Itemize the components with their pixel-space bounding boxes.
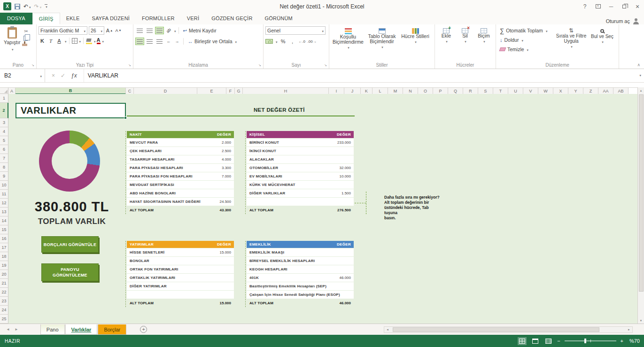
font-dialog-launcher[interactable] xyxy=(127,63,132,68)
table-row[interactable]: EV MOBİLYALARI 10.000 xyxy=(247,172,354,180)
column-header[interactable]: O xyxy=(418,88,433,94)
column-header[interactable]: K xyxy=(361,88,372,94)
table-row[interactable]: HİSSE SENETLERİ 15.000 xyxy=(127,248,234,256)
column-header[interactable]: P xyxy=(433,88,448,94)
column-header[interactable]: H xyxy=(243,88,329,94)
column-header[interactable]: Z xyxy=(583,88,598,94)
table-row[interactable]: ALACAKLAR xyxy=(247,155,354,163)
column-header[interactable]: V xyxy=(523,88,538,94)
table-row[interactable] xyxy=(247,198,354,206)
orientation-button[interactable]: ab xyxy=(163,25,174,36)
borders-button[interactable] xyxy=(72,38,78,44)
align-right-button[interactable] xyxy=(155,38,164,45)
scroll-right-icon[interactable]: ► xyxy=(626,328,632,331)
horizontal-scrollbar[interactable]: ◄ ► xyxy=(384,326,633,333)
column-header[interactable]: J xyxy=(344,88,361,94)
increase-indent-button[interactable]: → xyxy=(173,38,181,45)
expand-formula-bar-icon[interactable] xyxy=(636,69,644,82)
row-header[interactable]: 7 xyxy=(0,154,8,163)
row-header[interactable]: 22 xyxy=(0,288,8,297)
increase-font-button[interactable]: A▲ xyxy=(106,27,113,34)
ribbon-tab[interactable]: GÖRÜNÜM xyxy=(259,13,299,24)
name-box[interactable]: B2 xyxy=(0,69,45,82)
merge-center-button[interactable]: ↔ Birleştir ve Ortala xyxy=(186,37,239,46)
format-as-table-button[interactable]: Tablo Olarak Biçimlendir xyxy=(365,27,399,51)
cell-styles-button[interactable]: Hücre Stilleri xyxy=(399,27,432,46)
zoom-level[interactable]: %70 xyxy=(628,338,640,344)
table-row[interactable]: BONOLAR xyxy=(127,257,234,265)
scroll-up-icon[interactable]: ▲ xyxy=(640,87,643,93)
row-header[interactable]: 8 xyxy=(0,163,8,172)
row-header[interactable]: 13 xyxy=(0,208,8,216)
find-select-button[interactable]: Bul ve Seç xyxy=(590,26,614,46)
table-row[interactable]: PARA PİYASASI HESAPLARI 3.300 xyxy=(127,164,234,172)
row-header[interactable]: 17 xyxy=(0,243,8,252)
redo-button[interactable]: ↷ xyxy=(34,3,42,10)
worksheet[interactable]: VARLIKLAR NET DEĞER ÖZETİ 380.800 TL TOP… xyxy=(8,94,644,324)
conditional-formatting-button[interactable]: Koşullu Biçimlendirme xyxy=(331,27,365,51)
comma-button[interactable]: , xyxy=(289,38,296,45)
font-size-combo[interactable]: 26 xyxy=(89,26,104,35)
table-row[interactable]: HAYAT SİGORTASININ NAKİT DEĞERİ 24.500 xyxy=(127,198,234,206)
vertical-scroll-thumb[interactable] xyxy=(639,94,644,292)
middle-align-button[interactable] xyxy=(145,27,154,34)
column-header[interactable]: B xyxy=(16,88,126,94)
row-header[interactable]: 10 xyxy=(0,181,8,190)
sheet-tab[interactable]: Varlıklar xyxy=(65,324,98,335)
row-header[interactable]: 3 xyxy=(0,118,8,127)
column-header[interactable]: U xyxy=(508,88,523,94)
column-header[interactable]: Y xyxy=(568,88,583,94)
donut-chart[interactable] xyxy=(39,131,100,192)
table-row[interactable]: KEOGH HESAPLARI xyxy=(247,265,354,273)
delete-cells-button[interactable]: Sil xyxy=(456,27,474,45)
column-header[interactable]: M xyxy=(388,88,403,94)
name-box-dropdown-icon[interactable] xyxy=(39,72,42,79)
horizontal-scroll-thumb[interactable] xyxy=(393,327,599,332)
underline-dropdown-icon[interactable] xyxy=(64,38,67,44)
zoom-slider[interactable] xyxy=(565,340,616,341)
zoom-slider-thumb[interactable] xyxy=(584,339,586,343)
column-header[interactable]: Q xyxy=(448,88,463,94)
ribbon-tab[interactable]: VERİ xyxy=(181,13,205,24)
row-header[interactable]: 18 xyxy=(0,252,8,261)
select-all-button[interactable] xyxy=(0,88,8,94)
borders-dropdown-icon[interactable] xyxy=(78,38,81,44)
table-row[interactable]: Basitleştirilmiş Emeklilik Hesapları (SE… xyxy=(247,282,354,290)
format-cells-button[interactable]: Biçim xyxy=(474,27,493,45)
row-header[interactable]: 2 xyxy=(0,103,8,118)
table-subtotal-row[interactable]: ALT TOPLAM 15.000 xyxy=(127,299,234,307)
column-header[interactable]: E xyxy=(197,88,226,94)
row-header[interactable]: 9 xyxy=(0,172,8,181)
cancel-button[interactable]: × xyxy=(52,72,55,79)
table-row[interactable]: ÇEK HESAPLARI 2.500 xyxy=(127,147,234,155)
column-header[interactable]: G xyxy=(235,88,243,94)
save-icon[interactable] xyxy=(15,4,20,9)
row-header[interactable]: 6 xyxy=(0,145,8,154)
row-header[interactable]: 24 xyxy=(0,306,8,315)
column-header[interactable]: S xyxy=(478,88,493,94)
number-dialog-launcher[interactable] xyxy=(323,63,328,68)
cut-icon[interactable]: ✂ xyxy=(22,28,30,34)
number-format-combo[interactable]: Genel xyxy=(265,26,326,35)
bottom-align-button[interactable] xyxy=(155,27,164,34)
column-header[interactable]: D xyxy=(134,88,197,94)
column-header[interactable]: C xyxy=(126,88,134,94)
normal-view-button[interactable] xyxy=(518,337,527,345)
table-row[interactable]: OTOMOBİLLER 32.000 xyxy=(247,164,354,172)
row-header[interactable]: 25 xyxy=(0,315,8,324)
align-left-button[interactable] xyxy=(135,38,144,45)
percent-button[interactable]: % xyxy=(279,38,287,45)
decrease-font-button[interactable]: A▼ xyxy=(115,27,122,34)
table-row[interactable]: ORTAKLIK YATIRIMLARI xyxy=(127,274,234,282)
sort-filter-button[interactable]: ⇅ Sırala ve Filtre Uygula xyxy=(552,26,590,50)
table-row[interactable]: PARA PİYASASI FON HESAPLARI 7.000 xyxy=(127,172,234,180)
wrap-text-button[interactable]: ↩ Metni Kaydır xyxy=(181,26,218,35)
table-row[interactable] xyxy=(127,291,234,299)
vertical-scrollbar[interactable]: ▲ ▼ xyxy=(637,87,644,324)
center-button[interactable] xyxy=(145,38,154,45)
currency-dropdown-icon[interactable] xyxy=(275,39,278,44)
table-row[interactable]: KÜRK VE MÜCEVHERAT xyxy=(247,181,354,189)
scroll-down-icon[interactable]: ▼ xyxy=(640,317,643,324)
table-row[interactable]: İKİNCİ KONUT xyxy=(247,147,354,155)
formula-input[interactable]: VARLIKLAR xyxy=(84,69,636,82)
